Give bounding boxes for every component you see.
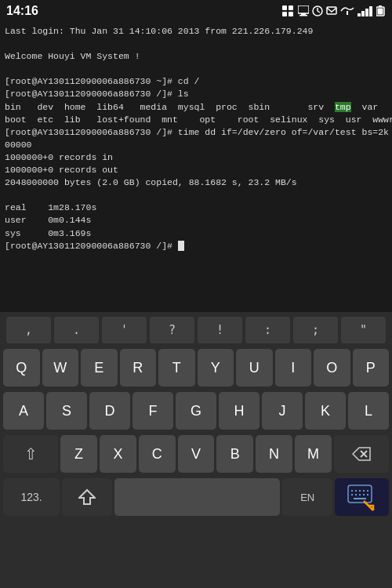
key-H[interactable]: H: [219, 392, 260, 430]
lang-key[interactable]: EN: [282, 478, 332, 516]
key-U[interactable]: U: [236, 349, 273, 387]
svg-rect-10: [327, 7, 336, 14]
key-G[interactable]: G: [176, 392, 216, 430]
key-S[interactable]: S: [46, 392, 87, 430]
sym-period[interactable]: .: [54, 317, 99, 343]
key-C[interactable]: C: [139, 435, 176, 473]
key-N[interactable]: N: [256, 435, 292, 473]
key-R[interactable]: R: [120, 349, 157, 387]
svg-rect-17: [379, 5, 382, 7]
sym-apostrophe[interactable]: ': [102, 317, 147, 343]
signal-icon: [340, 5, 354, 16]
terminal-line: [root@AY130112090006a886730 /]# time dd …: [5, 126, 387, 139]
key-X[interactable]: X: [100, 435, 136, 473]
key-B[interactable]: B: [216, 435, 253, 473]
key-Q[interactable]: Q: [3, 349, 40, 387]
screen-icon: [298, 5, 309, 16]
key-T[interactable]: T: [158, 349, 195, 387]
sym-question[interactable]: ?: [150, 317, 194, 343]
symbol-row: , . ' ? ! : ; ": [2, 315, 390, 345]
svg-rect-2: [282, 12, 287, 16]
terminal-line: [5, 63, 387, 75]
svg-rect-18: [378, 9, 383, 15]
key-row-2: A S D F G H J K L: [2, 390, 390, 431]
status-time: 14:16: [6, 4, 38, 18]
key-Z[interactable]: Z: [60, 435, 97, 473]
num-key[interactable]: 123.: [3, 478, 60, 516]
shift-key[interactable]: ⇧: [3, 435, 58, 473]
key-F[interactable]: F: [132, 392, 173, 430]
key-W[interactable]: W: [42, 349, 79, 387]
svg-rect-13: [361, 11, 365, 16]
shift-icon: [78, 488, 96, 506]
bottom-row: 123. EN: [2, 477, 390, 517]
terminal-line: bin dev home lib64 media mysql proc sbin…: [5, 101, 387, 114]
signal-bars-icon: [358, 5, 373, 16]
svg-rect-6: [299, 15, 307, 16]
key-A[interactable]: A: [3, 392, 44, 430]
backspace-icon: [352, 447, 371, 461]
key-K[interactable]: K: [305, 392, 346, 430]
key-E[interactable]: E: [81, 349, 118, 387]
key-M[interactable]: M: [295, 435, 332, 473]
sym-exclamation[interactable]: !: [198, 317, 242, 343]
key-row-3: ⇧ Z X C V B N M: [2, 434, 390, 474]
key-P[interactable]: P: [353, 349, 390, 387]
status-bar: 14:16: [0, 0, 392, 22]
svg-rect-12: [358, 13, 361, 16]
svg-rect-15: [369, 6, 372, 16]
terminal-line: 2048000000 bytes (2.0 GB) copied, 88.168…: [5, 176, 387, 189]
terminal-line: sys 0m3.169s: [5, 227, 387, 240]
terminal-line: 1000000+0 records out: [5, 164, 387, 176]
terminal: Last login: Thu Jan 31 14:10:06 2013 fro…: [0, 22, 392, 312]
clock-icon: [312, 5, 323, 16]
key-I[interactable]: I: [275, 349, 312, 387]
terminal-line: [5, 189, 387, 201]
terminal-line: boot etc lib lost+found mnt opt root sel…: [5, 114, 387, 126]
backspace-key[interactable]: [334, 435, 389, 473]
terminal-line: real 1m28.170s: [5, 201, 387, 214]
shift-bottom-key[interactable]: [62, 478, 112, 516]
email-icon: [326, 5, 337, 16]
key-D[interactable]: D: [89, 392, 130, 430]
grid-icon: [282, 5, 295, 16]
svg-rect-5: [301, 13, 306, 15]
keyboard: , . ' ? ! : ; " Q W E R T Y U I O P A S …: [0, 312, 392, 588]
space-key[interactable]: [114, 478, 281, 516]
terminal-line: Last login: Thu Jan 31 14:10:06 2013 fro…: [5, 25, 387, 38]
svg-rect-14: [365, 9, 368, 16]
terminal-line: [root@AY130112090006a886730 /]# ls: [5, 88, 387, 100]
svg-rect-4: [298, 5, 309, 13]
svg-marker-19: [353, 448, 370, 460]
terminal-line: user 0m0.144s: [5, 214, 387, 227]
key-J[interactable]: J: [262, 392, 303, 430]
key-O[interactable]: O: [314, 349, 350, 387]
sym-quote[interactable]: ": [341, 317, 386, 343]
terminal-line: 1000000+0 records in: [5, 151, 387, 164]
sym-comma[interactable]: ,: [6, 317, 51, 343]
key-V[interactable]: V: [178, 435, 215, 473]
status-icons: [282, 5, 386, 16]
sym-colon[interactable]: :: [245, 317, 290, 343]
svg-rect-1: [289, 5, 293, 10]
done-icon: [347, 482, 378, 512]
svg-marker-22: [79, 490, 95, 504]
terminal-line: [root@AY130112090006a886730 /]#: [5, 240, 387, 252]
sym-semicolon[interactable]: ;: [293, 317, 338, 343]
svg-line-9: [318, 11, 320, 13]
key-row-1: Q W E R T Y U I O P: [2, 347, 390, 388]
svg-rect-0: [282, 5, 287, 10]
svg-rect-3: [289, 12, 293, 16]
terminal-line: 00000: [5, 139, 387, 151]
terminal-line: [root@AY130112090006a886730 ~]# cd /: [5, 75, 387, 88]
terminal-line: Welcome Houyi VM System !: [5, 50, 387, 63]
key-L[interactable]: L: [348, 392, 389, 430]
key-Y[interactable]: Y: [198, 349, 234, 387]
terminal-line: [5, 38, 387, 50]
battery-icon: [376, 5, 386, 16]
done-key[interactable]: [335, 478, 389, 516]
